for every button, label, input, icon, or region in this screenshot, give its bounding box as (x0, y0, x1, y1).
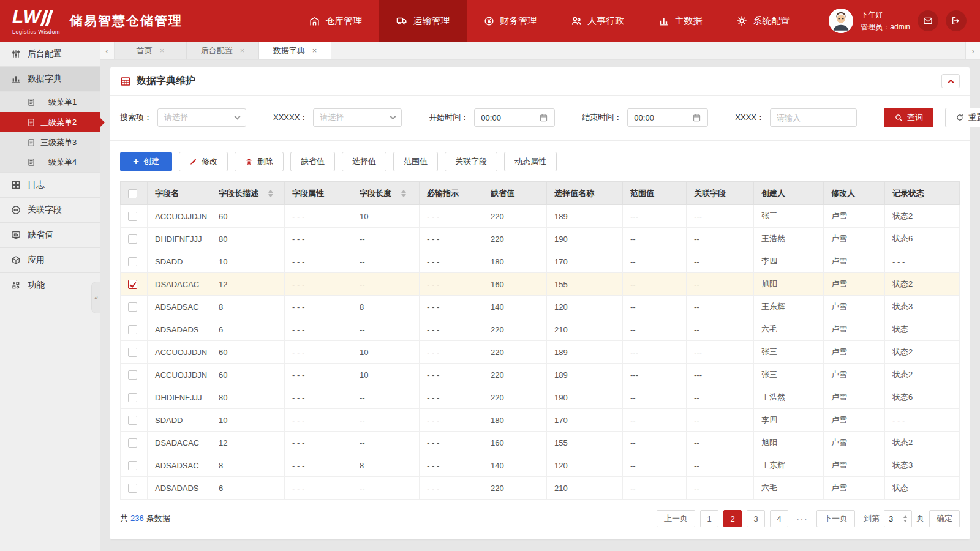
row-checkbox[interactable] (128, 484, 137, 493)
close-icon[interactable]: × (312, 46, 317, 55)
table-row[interactable]: ADSADSAC 8 - - - 8 - - - 140 120 -- -- (121, 454, 960, 477)
row-checkbox[interactable] (128, 438, 137, 448)
col-select-value-name: 选择值名称 (547, 182, 623, 205)
nav-item-warehouse[interactable]: 仓库管理 (292, 0, 379, 42)
table-row[interactable]: ACCUOJJDJN 60 - - - 10 - - - 220 189 ---… (121, 205, 960, 228)
tab-backend-config[interactable]: 后台配置× (187, 42, 259, 59)
xxxxx-select[interactable]: 请选择 (313, 108, 402, 127)
tab-data-dictionary[interactable]: 数据字典× (259, 42, 331, 59)
sidebar-item-default-values[interactable]: 缺省值 (0, 223, 100, 248)
sidebar-item-data-dictionary[interactable]: 数据字典 (0, 67, 100, 92)
sidebar-item-backend-config[interactable]: 后台配置 (0, 42, 100, 67)
query-button[interactable]: 查询 (884, 108, 933, 127)
table-footer: 共236条数据 上一页 1 2 3 4 ··· 下一页 到第 3 页 (110, 500, 970, 539)
mail-button[interactable] (918, 10, 938, 31)
next-page-button[interactable]: 下一页 (816, 510, 855, 527)
nav-item-hr[interactable]: 人事行政 (554, 0, 641, 42)
table-row[interactable]: DSADACAC 12 - - - -- - - - 160 155 -- -- (121, 432, 960, 454)
row-checkbox-cell (121, 364, 148, 386)
row-checkbox[interactable] (128, 302, 137, 312)
page-button-4[interactable]: 4 (770, 510, 788, 527)
modify-button[interactable]: 修改 (179, 152, 228, 171)
cell-related-field: --- (687, 364, 754, 386)
cell-modifier: 卢雪 (824, 228, 885, 250)
sidebar-item-logs[interactable]: 日志 (0, 173, 100, 198)
page-number-stepper[interactable]: 3 (884, 510, 912, 527)
panel-collapse-button[interactable] (941, 74, 960, 88)
app-title: 储易智慧仓储管理 (70, 12, 183, 29)
row-checkbox[interactable] (128, 325, 137, 334)
sidebar-item-functions[interactable]: 功能 (0, 273, 100, 298)
sidebar-item-submenu-3[interactable]: 三级菜单3 (0, 132, 100, 152)
col-field-length: 字段长度 (352, 182, 420, 205)
xxxx-input[interactable] (770, 108, 857, 127)
page-button-1[interactable]: 1 (700, 510, 718, 527)
confirm-button[interactable]: 确定 (929, 510, 960, 527)
start-time-input[interactable]: 00:00 (474, 108, 555, 127)
panel-title: 数据字典维护 (137, 75, 195, 88)
related-field-button[interactable]: 关联字段 (445, 152, 497, 171)
table-row[interactable]: ADSADADS 6 - - - -- - - - 220 210 -- -- (121, 477, 960, 500)
select-all-checkbox[interactable] (128, 189, 137, 198)
create-button[interactable]: +创建 (120, 152, 172, 171)
sort-icon[interactable] (268, 190, 273, 197)
table-row[interactable]: ACCUOJJDJN 60 - - - 10 - - - 220 189 ---… (121, 341, 960, 364)
cell-field-name: SDADD (148, 250, 211, 273)
prev-page-button[interactable]: 上一页 (657, 510, 695, 527)
cell-related-field: --- (687, 341, 754, 364)
range-value-button[interactable]: 范围值 (393, 152, 438, 171)
apps-icon (11, 280, 21, 290)
stepper-arrows-icon[interactable] (903, 515, 907, 522)
tab-scroll-left[interactable]: ‹ (100, 42, 115, 59)
sidebar-item-applications[interactable]: 应用 (0, 248, 100, 273)
nav-item-transport[interactable]: 运输管理 (379, 0, 467, 42)
row-checkbox[interactable] (128, 280, 137, 289)
nav-item-finance[interactable]: 财务管理 (467, 0, 554, 42)
end-time-input[interactable]: 00:00 (627, 108, 708, 127)
tab-bar: ‹ 首页× 后台配置× 数据字典× › (100, 42, 980, 60)
row-checkbox[interactable] (128, 257, 137, 266)
dynamic-attr-button[interactable]: 动态属性 (504, 152, 557, 171)
sidebar-item-submenu-2[interactable]: 三级菜单2 (0, 112, 100, 132)
sidebar-label: 日志 (28, 179, 45, 190)
row-checkbox[interactable] (128, 461, 137, 470)
row-checkbox[interactable] (128, 234, 137, 244)
page-button-2-active[interactable]: 2 (723, 510, 742, 527)
row-checkbox[interactable] (128, 370, 137, 380)
row-checkbox[interactable] (128, 393, 137, 402)
search-select[interactable]: 请选择 (157, 108, 246, 127)
logout-button[interactable] (946, 10, 967, 31)
table-row[interactable]: SDADD 10 - - - -- - - - 180 170 -- -- (121, 250, 960, 273)
delete-button[interactable]: 删除 (235, 152, 284, 171)
close-icon[interactable]: × (160, 46, 165, 55)
default-value-button[interactable]: 缺省值 (290, 152, 335, 171)
table-row[interactable]: SDADD 10 - - - -- - - - 180 170 -- -- (121, 409, 960, 432)
table-row[interactable]: DHDIFNFJJJ 80 - - - -- - - - 220 190 -- … (121, 228, 960, 250)
sidebar-item-submenu-4[interactable]: 三级菜单4 (0, 152, 100, 173)
nav-item-system-config[interactable]: 系统配置 (719, 0, 807, 42)
table-row[interactable]: DSADACAC 12 - - - -- - - - 160 155 -- -- (121, 273, 960, 296)
sidebar-item-related-fields[interactable]: 关联字段 (0, 198, 100, 223)
sidebar-collapse-handle[interactable]: « (91, 282, 100, 313)
search-field-label: 搜索项： (120, 112, 152, 123)
table-row[interactable]: ACCUOJJDJN 60 - - - 10 - - - 220 189 ---… (121, 364, 960, 386)
logo-mark: LW (12, 7, 60, 26)
cell-field-desc-length: 12 (211, 273, 285, 296)
sort-icon[interactable] (401, 190, 406, 197)
table-row[interactable]: DHDIFNFJJJ 80 - - - -- - - - 220 190 -- … (121, 386, 960, 409)
avatar[interactable] (829, 9, 853, 33)
table-row[interactable]: ADSADSAC 8 - - - 8 - - - 140 120 -- -- (121, 296, 960, 318)
page-ellipsis[interactable]: ··· (793, 510, 812, 527)
row-checkbox[interactable] (128, 416, 137, 425)
tab-home[interactable]: 首页× (115, 42, 187, 59)
row-checkbox[interactable] (128, 348, 137, 357)
select-value-button[interactable]: 选择值 (342, 152, 386, 171)
close-icon[interactable]: × (240, 46, 245, 55)
reset-button[interactable]: 重置 (945, 108, 980, 127)
sidebar-item-submenu-1[interactable]: 三级菜单1 (0, 92, 100, 112)
row-checkbox[interactable] (128, 212, 137, 221)
page-button-3[interactable]: 3 (747, 510, 765, 527)
table-row[interactable]: ADSADADS 6 - - - -- - - - 220 210 -- -- (121, 318, 960, 341)
tab-scroll-right[interactable]: › (965, 42, 980, 59)
nav-item-master-data[interactable]: 主数据 (641, 0, 719, 42)
